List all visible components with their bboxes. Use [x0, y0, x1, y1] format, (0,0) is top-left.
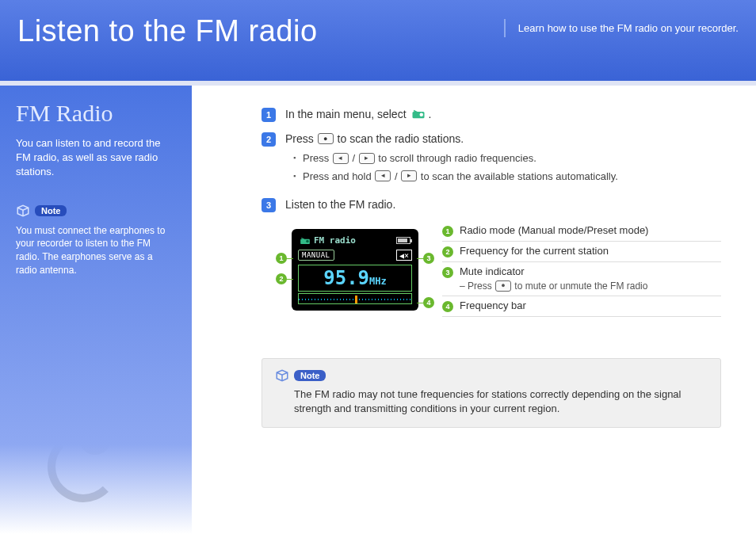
page-subtitle: Learn how to use the FM radio on your re… [504, 19, 739, 37]
legend-row: 4 Frequency bar [442, 296, 721, 317]
device-figure: 1 2 3 4 FM radio MANUAL ◀× [284, 221, 426, 318]
page-title: Listen to the FM radio [17, 14, 318, 48]
sidebar-desc: You can listen to and record the FM radi… [16, 136, 176, 180]
page-header: Listen to the FM radio Learn how to use … [0, 0, 756, 81]
legend-row: 2 Frequency for the current station [442, 242, 721, 262]
mute-icon: ◀× [396, 250, 412, 261]
note-label: Note [294, 370, 326, 381]
callout-4: 4 [423, 297, 434, 308]
svg-point-1 [420, 113, 424, 117]
step-number: 2 [262, 132, 276, 147]
sidebar: FM Radio You can listen to and record th… [0, 86, 192, 534]
left-button-icon: ◂ [333, 153, 349, 164]
right-button-icon: ▸ [401, 170, 417, 181]
step-number: 3 [262, 198, 276, 212]
svg-point-3 [306, 239, 309, 242]
legend-row: 3 Mute indicator – Press ● to mute or un… [442, 262, 721, 296]
device-title: FM radio [314, 235, 393, 246]
sidebar-note: Note You must connect the earphones to y… [16, 204, 176, 277]
legend-row: 1 Radio mode (Manual mode/Preset mode) [442, 221, 721, 242]
step-3: 3 Listen to the FM radio. [262, 196, 721, 213]
note-cube-icon [275, 368, 289, 383]
main-content: 1 In the main menu, select . 2 Press ● t… [192, 86, 756, 534]
legend-table: 1 Radio mode (Manual mode/Preset mode) 2… [442, 221, 721, 317]
step-text: Listen to the FM radio. [285, 198, 395, 211]
ok-button-icon: ● [318, 133, 334, 144]
note-cube-icon [16, 204, 30, 218]
note-body: The FM radio may not tune frequencies fo… [275, 387, 708, 416]
radio-icon [300, 236, 311, 246]
callout-3: 3 [423, 253, 434, 264]
sub-bullet: Press and hold ◂ / ▸ to scan the availab… [293, 169, 721, 185]
left-button-icon: ◂ [375, 170, 391, 181]
step-text: Press [285, 132, 317, 145]
note-box: Note The FM radio may not tune frequenci… [262, 358, 721, 428]
device-mode: MANUAL [298, 250, 334, 261]
sidebar-note-body: You must connect the earphones to your r… [16, 224, 176, 277]
device-frequency: 95.9MHz [298, 265, 412, 292]
ok-button-icon: ● [495, 280, 511, 292]
radio-menu-icon [410, 108, 427, 120]
sidebar-title: FM Radio [16, 100, 176, 127]
step-number: 1 [262, 108, 276, 122]
sub-bullet: Press ◂ / ▸ to scroll through radio freq… [293, 151, 721, 166]
frequency-bar [298, 293, 412, 304]
right-button-icon: ▸ [359, 153, 375, 164]
step-text: In the main menu, select [285, 108, 409, 120]
step-2: 2 Press ● to scan the radio stations. Pr… [262, 131, 721, 189]
note-label: Note [35, 205, 67, 216]
battery-icon [396, 237, 410, 244]
step-1: 1 In the main menu, select . [262, 106, 721, 123]
